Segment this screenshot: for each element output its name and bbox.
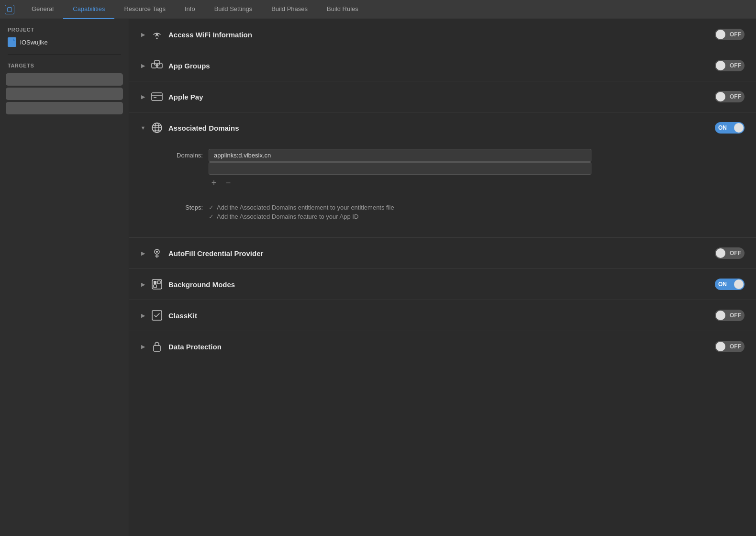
- svg-rect-2: [152, 63, 156, 68]
- project-item[interactable]: iOSwujike: [0, 35, 129, 51]
- chevron-access-wifi[interactable]: ▶: [141, 32, 145, 37]
- svg-rect-3: [157, 63, 162, 68]
- toggle-container-associated-domains: ON: [715, 122, 745, 134]
- step-check-1: ✓: [209, 204, 214, 211]
- tab-bar: General Capabilities Resource Tags Info …: [0, 0, 756, 19]
- label-apple-pay: Apple Pay: [168, 93, 710, 101]
- capability-apple-pay-header: ▶ Apple Pay OFF: [141, 90, 745, 103]
- steps-list: ✓ Add the Associated Domains entitlement…: [209, 204, 394, 220]
- svg-rect-22: [154, 346, 160, 351]
- tab-build-settings[interactable]: Build Settings: [205, 0, 262, 19]
- toggle-label-app-groups: OFF: [730, 62, 741, 69]
- capability-classkit: ▶ ClassKit OFF: [129, 300, 756, 331]
- capability-app-groups-header: ▶ App Groups OFF: [141, 59, 745, 72]
- capabilities-content: ▶ Access WiFi Information OFF: [129, 19, 756, 536]
- chevron-app-groups[interactable]: ▶: [141, 63, 145, 68]
- icon-associated-domains: [150, 121, 164, 134]
- toggle-container-background-modes: ON: [715, 279, 745, 290]
- step-item-2: ✓ Add the Associated Domains feature to …: [209, 213, 394, 220]
- svg-point-1: [156, 38, 158, 39]
- label-background-modes: Background Modes: [168, 280, 710, 289]
- toggle-knob-app-groups: [716, 61, 725, 70]
- toggle-container-classkit: OFF: [715, 310, 745, 321]
- step-check-2: ✓: [209, 213, 214, 220]
- domain-entry-2[interactable]: [209, 162, 591, 175]
- capability-apple-pay: ▶ Apple Pay OFF: [129, 81, 756, 112]
- icon-apple-pay: [150, 90, 164, 103]
- icon-data-protection: [150, 340, 164, 353]
- tab-build-phases[interactable]: Build Phases: [262, 0, 317, 19]
- capability-app-groups: ▶ App Groups OFF: [129, 50, 756, 81]
- target-item-3[interactable]: [6, 102, 123, 114]
- tab-resource-tags[interactable]: Resource Tags: [114, 0, 175, 19]
- capability-background-modes: ▶ Background Modes ON: [129, 269, 756, 300]
- toggle-knob-background-modes: [734, 279, 744, 289]
- chevron-autofill[interactable]: ▶: [141, 251, 145, 256]
- svg-rect-5: [152, 93, 162, 100]
- tab-build-rules[interactable]: Build Rules: [317, 0, 368, 19]
- target-item-1[interactable]: [6, 73, 123, 86]
- associated-domains-content: Domains: applinks:d.vibesix.cn + − Steps…: [141, 139, 745, 237]
- tab-capabilities[interactable]: Capabilities: [63, 0, 114, 19]
- toggle-label-autofill: OFF: [730, 250, 741, 257]
- project-section-label: PROJECT: [0, 27, 129, 35]
- step-item-1: ✓ Add the Associated Domains entitlement…: [209, 204, 394, 211]
- svg-rect-18: [154, 281, 156, 284]
- toggle-label-classkit: OFF: [730, 312, 741, 319]
- label-associated-domains: Associated Domains: [168, 124, 710, 132]
- toggle-knob-access-wifi: [716, 30, 725, 39]
- toggle-knob-classkit: [716, 311, 725, 320]
- chevron-associated-domains[interactable]: ▼: [141, 125, 145, 130]
- chevron-background-modes[interactable]: ▶: [141, 282, 145, 287]
- steps-label: Steps:: [169, 204, 203, 211]
- svg-rect-20: [154, 285, 156, 288]
- capability-data-protection-header: ▶ Data Protection OFF: [141, 340, 745, 353]
- toggle-access-wifi[interactable]: OFF: [715, 29, 745, 40]
- project-name: iOSwujike: [20, 39, 48, 46]
- toggle-knob-data-protection: [716, 342, 725, 351]
- toggle-apple-pay[interactable]: OFF: [715, 91, 745, 102]
- toggle-app-groups[interactable]: OFF: [715, 60, 745, 71]
- sidebar-divider: [8, 55, 121, 55]
- chevron-data-protection[interactable]: ▶: [141, 344, 145, 349]
- capability-access-wifi-header: ▶ Access WiFi Information OFF: [141, 28, 745, 41]
- add-domain-button[interactable]: +: [209, 178, 219, 188]
- toggle-data-protection[interactable]: OFF: [715, 341, 745, 352]
- toggle-knob-associated-domains: [734, 123, 744, 133]
- toggle-autofill[interactable]: OFF: [715, 247, 745, 259]
- svg-rect-4: [155, 60, 159, 65]
- toggle-label-access-wifi: OFF: [730, 31, 741, 38]
- icon-autofill: [150, 246, 164, 260]
- tab-info[interactable]: Info: [175, 0, 205, 19]
- toggle-background-modes[interactable]: ON: [715, 279, 745, 290]
- toggle-label-associated-domains: ON: [718, 124, 727, 131]
- icon-classkit: [150, 309, 164, 322]
- capability-associated-domains: ▼ Associated Domains ON: [129, 112, 756, 238]
- remove-domain-button[interactable]: −: [223, 178, 233, 188]
- icon-background-modes: [150, 278, 164, 291]
- capability-autofill: ▶ AutoFill Credential Provider OFF: [129, 238, 756, 269]
- domains-row: Domains: applinks:d.vibesix.cn + −: [141, 145, 745, 192]
- main-layout: PROJECT iOSwujike TARGETS ▶: [0, 19, 756, 536]
- toggle-container-app-groups: OFF: [715, 60, 745, 71]
- label-data-protection: Data Protection: [168, 343, 710, 351]
- toggle-label-data-protection: OFF: [730, 343, 741, 350]
- tab-general[interactable]: General: [22, 0, 63, 19]
- capability-background-modes-header: ▶ Background Modes ON: [141, 278, 745, 291]
- toggle-associated-domains[interactable]: ON: [715, 122, 745, 134]
- domain-entry-1[interactable]: applinks:d.vibesix.cn: [209, 149, 591, 162]
- chevron-apple-pay[interactable]: ▶: [141, 94, 145, 99]
- target-item-2[interactable]: [6, 88, 123, 100]
- toggle-label-background-modes: ON: [718, 281, 727, 288]
- step-text-2: Add the Associated Domains feature to yo…: [217, 213, 358, 220]
- toggle-container-data-protection: OFF: [715, 341, 745, 352]
- toggle-classkit[interactable]: OFF: [715, 310, 745, 321]
- toggle-label-apple-pay: OFF: [730, 93, 741, 100]
- toggle-container-access-wifi: OFF: [715, 29, 745, 40]
- label-classkit: ClassKit: [168, 312, 710, 320]
- toggle-container-apple-pay: OFF: [715, 91, 745, 102]
- label-autofill: AutoFill Credential Provider: [168, 249, 710, 257]
- window-icon: [5, 5, 14, 14]
- chevron-classkit[interactable]: ▶: [141, 313, 145, 318]
- capability-data-protection: ▶ Data Protection OFF: [129, 331, 756, 362]
